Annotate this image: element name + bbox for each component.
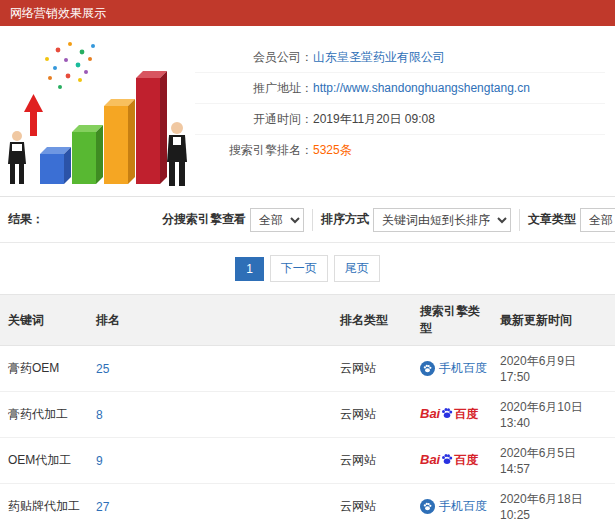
info-section: 会员公司： 山东皇圣堂药业有限公司 推广地址： http://www.shand… [0, 26, 615, 196]
sort-filter-label: 排序方式 [321, 211, 369, 228]
header-keyword: 关键词 [0, 295, 88, 346]
filter-bar: 结果： 分搜索引擎查看 全部 排序方式 关键词由短到长排序 文章类型 全部 提交 [0, 196, 615, 243]
cell-rank-type: 云网站 [332, 484, 412, 520]
cell-keyword: 膏药OEM [0, 346, 88, 392]
article-filter-label: 文章类型 [528, 211, 576, 228]
engine-mobile: 手机百度 [420, 360, 487, 377]
promo-url-link[interactable]: http://www.shandonghuangshengtang.cn [313, 81, 530, 95]
result-label: 结果： [8, 211, 44, 228]
page-title: 网络营销效果展示 [10, 6, 106, 20]
page-number-current[interactable]: 1 [235, 257, 264, 281]
cell-time: 2020年6月9日 17:50 [492, 346, 615, 392]
bar-chart-graphic [0, 32, 195, 192]
businessman-right-figure [167, 122, 187, 186]
baidu-paw-icon [441, 406, 453, 421]
baidu-paw-icon [441, 452, 453, 467]
cell-rank-type: 云网站 [332, 392, 412, 438]
header-rank-type: 排名类型 [332, 295, 412, 346]
header-rank: 排名 [88, 295, 332, 346]
field-company: 会员公司： 山东皇圣堂药业有限公司 [195, 42, 605, 73]
rank-link[interactable]: 9 [96, 454, 103, 468]
cell-keyword: OEM代加工 [0, 438, 88, 484]
rank-count-value: 5325条 [313, 143, 352, 157]
rank-link[interactable]: 27 [96, 500, 109, 514]
engine-baidu: Bai 百度 [420, 406, 478, 423]
rank-link[interactable]: 25 [96, 362, 109, 376]
engine-cell: 手机百度 Bai 百度 [412, 438, 492, 484]
table-row: 药贴牌代加工 27 云网站 手机百度 Bai 百度 2020年6月18日 10:… [0, 484, 615, 520]
engine-filter-label: 分搜索引擎查看 [162, 211, 246, 228]
open-time-value: 2019年11月20日 09:08 [313, 112, 435, 126]
engine-cell: 手机百度 Bai 百度 [412, 484, 492, 520]
table-row: 膏药OEM 25 云网站 手机百度 Bai 百度 2020年6月9日 17:50 [0, 346, 615, 392]
sort-filter-group: 排序方式 关键词由短到长排序 [321, 208, 511, 232]
cell-time: 2020年6月10日 13:40 [492, 392, 615, 438]
table-header-row: 关键词 排名 排名类型 搜索引擎类型 最新更新时间 [0, 295, 615, 346]
engine-mobile-label: 手机百度 [439, 498, 487, 515]
results-table: 关键词 排名 排名类型 搜索引擎类型 最新更新时间 膏药OEM 25 云网站 手… [0, 294, 615, 520]
company-info: 会员公司： 山东皇圣堂药业有限公司 推广地址： http://www.shand… [195, 32, 615, 192]
cell-time: 2020年6月5日 14:57 [492, 438, 615, 484]
open-time-label: 开通时间： [195, 111, 313, 128]
pagination: 1 下一页 尾页 [0, 243, 615, 294]
engine-baidu: Bai 百度 [420, 452, 478, 469]
next-page-button[interactable]: 下一页 [270, 255, 328, 282]
engine-cell: 手机百度 Bai 百度 [412, 392, 492, 438]
cell-keyword: 膏药代加工 [0, 392, 88, 438]
promo-url-label: 推广地址： [195, 80, 313, 97]
up-arrow-icon [24, 94, 43, 136]
field-rank-count: 搜索引擎排名： 5325条 [195, 135, 605, 166]
engine-filter-group: 分搜索引擎查看 全部 [162, 208, 304, 232]
rank-link[interactable]: 8 [96, 408, 103, 422]
last-page-button[interactable]: 尾页 [334, 255, 380, 282]
article-filter-select[interactable]: 全部 [580, 208, 615, 232]
company-link[interactable]: 山东皇圣堂药业有限公司 [313, 50, 445, 64]
header-time: 最新更新时间 [492, 295, 615, 346]
table-body: 膏药OEM 25 云网站 手机百度 Bai 百度 2020年6月9日 17:50… [0, 346, 615, 520]
article-filter-group: 文章类型 全部 [528, 208, 615, 232]
engine-cell: 手机百度 Bai 百度 [412, 346, 492, 392]
cell-keyword: 药贴牌代加工 [0, 484, 88, 520]
cell-rank-type: 云网站 [332, 438, 412, 484]
mobile-baidu-icon [420, 361, 435, 376]
company-label: 会员公司： [195, 49, 313, 66]
header-engine: 搜索引擎类型 [412, 295, 492, 346]
table-row: 膏药代加工 8 云网站 手机百度 Bai 百度 2020年6月10日 13:40 [0, 392, 615, 438]
field-open-time: 开通时间： 2019年11月20日 09:08 [195, 104, 605, 135]
engine-baidu-suffix: 百度 [454, 406, 478, 423]
rank-count-label: 搜索引擎排名： [195, 142, 313, 159]
cell-rank-type: 云网站 [332, 346, 412, 392]
businessman-left-figure [8, 131, 26, 184]
table-row: OEM代加工 9 云网站 手机百度 Bai 百度 2020年6月5日 14:57 [0, 438, 615, 484]
mobile-baidu-icon [420, 499, 435, 514]
filter-groups: 分搜索引擎查看 全部 排序方式 关键词由短到长排序 文章类型 全部 提交 [162, 206, 615, 233]
cell-time: 2020年6月18日 10:25 [492, 484, 615, 520]
field-promo-url: 推广地址： http://www.shandonghuangshengtang.… [195, 73, 605, 104]
divider [519, 209, 520, 231]
sort-filter-select[interactable]: 关键词由短到长排序 [373, 208, 511, 232]
engine-filter-select[interactable]: 全部 [250, 208, 304, 232]
engine-baidu-prefix: Bai [420, 406, 440, 421]
page-header: 网络营销效果展示 [0, 0, 615, 26]
engine-baidu-prefix: Bai [420, 452, 440, 467]
engine-baidu-suffix: 百度 [454, 452, 478, 469]
engine-mobile-label: 手机百度 [439, 360, 487, 377]
divider [312, 209, 313, 231]
chart-illustration [0, 32, 195, 192]
engine-mobile: 手机百度 [420, 498, 487, 515]
